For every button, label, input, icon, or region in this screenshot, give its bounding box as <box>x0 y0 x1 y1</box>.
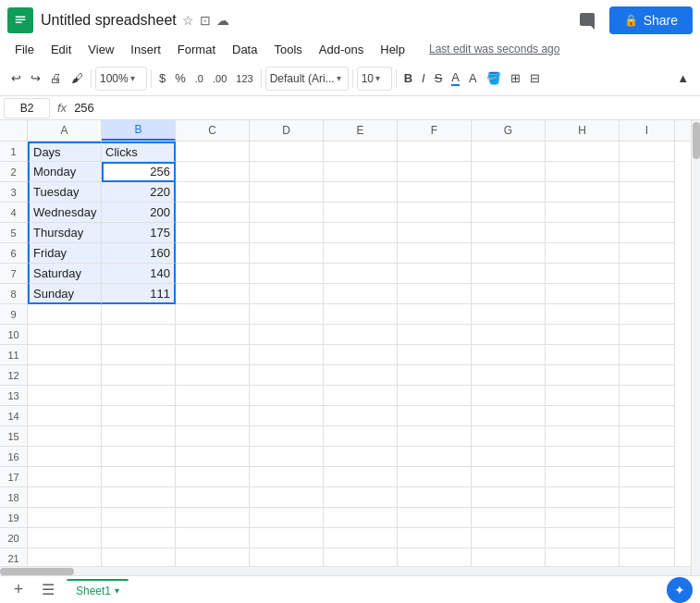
merge-button[interactable]: ⊟ <box>526 66 544 92</box>
cell-c2[interactable] <box>176 162 250 182</box>
cell-b6[interactable]: 160 <box>102 243 176 264</box>
add-sheet-button[interactable]: + <box>7 579 30 601</box>
cell-g9[interactable] <box>472 304 546 325</box>
bold-button[interactable]: B <box>400 66 416 92</box>
row-num-20[interactable]: 20 <box>0 528 28 548</box>
cell-f1[interactable] <box>398 142 472 162</box>
cell-b9[interactable] <box>102 304 176 325</box>
cell-d5[interactable] <box>250 223 324 243</box>
cell-g7[interactable] <box>472 264 546 284</box>
toolbar-collapse-button[interactable]: ▲ <box>673 66 693 92</box>
cell-e7[interactable] <box>324 264 398 284</box>
cell-e5[interactable] <box>324 223 398 243</box>
menu-data[interactable]: Data <box>225 40 264 59</box>
cell-i6[interactable] <box>620 243 675 264</box>
cell-g1[interactable] <box>472 142 546 162</box>
paint-format-button[interactable]: 🖌 <box>68 66 87 92</box>
currency-button[interactable]: $ <box>155 66 169 92</box>
cell-e9[interactable] <box>324 304 398 325</box>
dec-increase-button[interactable]: .00 <box>209 66 230 92</box>
cell-h8[interactable] <box>546 284 620 304</box>
cell-b5[interactable]: 175 <box>102 223 176 243</box>
menu-edit[interactable]: Edit <box>43 40 79 59</box>
cell-e8[interactable] <box>324 284 398 304</box>
cell-f6[interactable] <box>398 243 472 264</box>
row-num-12[interactable]: 12 <box>0 365 28 386</box>
col-header-i[interactable]: I <box>620 120 675 141</box>
row-num-5[interactable]: 5 <box>0 223 28 243</box>
cell-h1[interactable] <box>546 142 620 162</box>
cell-c5[interactable] <box>176 223 250 243</box>
share-button[interactable]: 🔒 Share <box>609 6 693 34</box>
fill-color-button[interactable]: 🪣 <box>483 66 505 92</box>
cell-i1[interactable] <box>620 142 675 162</box>
cell-b2[interactable]: 256 <box>102 162 176 182</box>
cell-h9[interactable] <box>546 304 620 325</box>
cell-a4[interactable]: Wednesday <box>28 203 102 223</box>
cell-d4[interactable] <box>250 203 324 223</box>
row-num-2[interactable]: 2 <box>0 162 28 182</box>
cell-e2[interactable] <box>324 162 398 182</box>
dec-decrease-button[interactable]: .0 <box>191 66 207 92</box>
cell-b7[interactable]: 140 <box>102 264 176 284</box>
cell-f2[interactable] <box>398 162 472 182</box>
col-header-h[interactable]: H <box>546 120 620 141</box>
cell-i2[interactable] <box>620 162 675 182</box>
cell-g8[interactable] <box>472 284 546 304</box>
row-num-13[interactable]: 13 <box>0 386 28 406</box>
font-select[interactable]: Default (Ari... ▾ <box>265 67 349 91</box>
row-num-15[interactable]: 15 <box>0 426 28 447</box>
row-num-7[interactable]: 7 <box>0 264 28 284</box>
undo-button[interactable]: ↩ <box>7 66 25 92</box>
formula-input[interactable] <box>74 98 696 118</box>
borders-button[interactable]: ⊞ <box>507 66 524 92</box>
cell-a9[interactable] <box>28 304 102 325</box>
cell-f4[interactable] <box>398 203 472 223</box>
explore-button[interactable]: ✦ <box>667 577 693 603</box>
move-to-folder-icon[interactable]: ⊡ <box>200 13 211 28</box>
cell-i8[interactable] <box>620 284 675 304</box>
col-header-b[interactable]: B <box>102 120 176 141</box>
cell-e3[interactable] <box>324 182 398 203</box>
cell-c4[interactable] <box>176 203 250 223</box>
cell-f5[interactable] <box>398 223 472 243</box>
cell-c3[interactable] <box>176 182 250 203</box>
redo-button[interactable]: ↪ <box>27 66 44 92</box>
cell-i3[interactable] <box>620 182 675 203</box>
last-edit-label[interactable]: Last edit was seconds ago <box>422 40 567 58</box>
row-num-14[interactable]: 14 <box>0 406 28 426</box>
cell-c1[interactable] <box>176 142 250 162</box>
menu-insert[interactable]: Insert <box>123 40 168 59</box>
fontsize-select[interactable]: 10 ▾ <box>357 67 392 91</box>
row-num-9[interactable]: 9 <box>0 304 28 325</box>
cell-i4[interactable] <box>620 203 675 223</box>
cell-h3[interactable] <box>546 182 620 203</box>
row-num-4[interactable]: 4 <box>0 203 28 223</box>
cell-g2[interactable] <box>472 162 546 182</box>
italic-button[interactable]: I <box>418 66 429 92</box>
cell-g6[interactable] <box>472 243 546 264</box>
cell-e6[interactable] <box>324 243 398 264</box>
row-num-17[interactable]: 17 <box>0 467 28 487</box>
cell-d1[interactable] <box>250 142 324 162</box>
comments-button[interactable] <box>572 6 602 35</box>
format-number-button[interactable]: 123 <box>232 66 256 92</box>
menu-view[interactable]: View <box>80 40 121 59</box>
cell-h6[interactable] <box>546 243 620 264</box>
row-num-8[interactable]: 8 <box>0 284 28 304</box>
col-header-d[interactable]: D <box>250 120 324 141</box>
cell-e1[interactable] <box>324 142 398 162</box>
cell-f7[interactable] <box>398 264 472 284</box>
cell-c7[interactable] <box>176 264 250 284</box>
menu-tools[interactable]: Tools <box>266 40 309 59</box>
zoom-select[interactable]: 100% ▾ <box>95 67 147 91</box>
cell-d2[interactable] <box>250 162 324 182</box>
row-num-10[interactable]: 10 <box>0 325 28 345</box>
spreadsheet-title[interactable]: Untitled spreadsheet <box>41 12 177 29</box>
col-header-a[interactable]: A <box>28 120 102 141</box>
cell-b3[interactable]: 220 <box>102 182 176 203</box>
cell-f8[interactable] <box>398 284 472 304</box>
cell-d6[interactable] <box>250 243 324 264</box>
row-num-3[interactable]: 3 <box>0 182 28 203</box>
menu-format[interactable]: Format <box>170 40 223 59</box>
